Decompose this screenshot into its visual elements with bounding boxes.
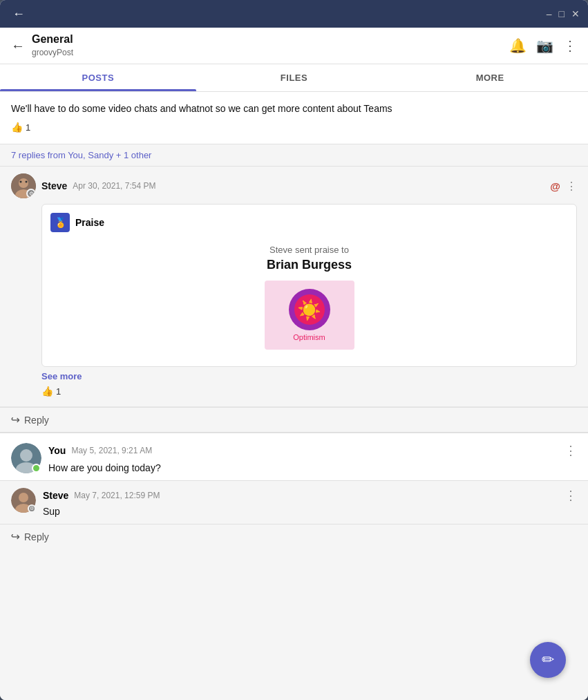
app-header: ← General groovyPost 🔔 📷 ⋮ [0,28,588,64]
sub-reply-header-left: Steve May 7, 2021, 12:59 PM [43,490,160,501]
sub-reply-content: ⚙ Steve May 7, 2021, 12:59 PM ⋮ Sup [11,488,577,517]
thread-reply-bar: ↩ Reply [0,407,588,432]
title-bar-left: ← [8,6,29,23]
app-window: ← – □ ✕ ← General groovyPost 🔔 📷 ⋮ POSTS… [0,0,588,700]
channel-info: General groovyPost [32,33,73,58]
svg-point-1 [19,178,28,188]
praise-body: Steve sent praise to Brian Burgess ☀️ Op… [50,239,568,358]
title-bar-controls: – □ ✕ [547,9,580,19]
minimize-button[interactable]: – [547,9,552,19]
tab-files[interactable]: FILES [196,64,392,91]
steve-avatar-gear: ⚙ [26,189,36,198]
video-icon[interactable]: 📷 [536,37,553,54]
svg-point-3 [20,181,22,183]
bell-icon[interactable]: 🔔 [509,37,527,54]
tab-more[interactable]: MORE [392,64,588,91]
thread-msg-actions: @ ⋮ [550,180,577,193]
praise-image: ☀️ Optimism [265,281,354,350]
see-more-link[interactable]: See more [41,371,577,381]
top-post: We'll have to do some video chats and wh… [0,92,588,144]
sub-reply-bar: ↩ Reply [0,524,588,549]
thread-reply-button[interactable]: ↩ Reply [11,413,49,426]
post2-time: May 5, 2021, 9:21 AM [71,446,152,455]
thread-message-header-left: ⚙ Steve Apr 30, 2021, 7:54 PM [11,173,155,198]
sub-reply-header: Steve May 7, 2021, 12:59 PM ⋮ [43,488,577,503]
post2-block: You May 5, 2021, 9:21 AM ⋮ How are you d… [0,432,588,480]
compose-icon: ✏ [542,651,554,669]
thread-message-header: ⚙ Steve Apr 30, 2021, 7:54 PM @ ⋮ [11,173,577,198]
thread-reaction-count: 1 [56,386,61,397]
thread-reaction-row[interactable]: 👍 1 [41,386,577,397]
steve-avatar: ⚙ [11,173,36,198]
post-message: We'll have to do some video chats and wh… [11,102,577,116]
optimism-label: Optimism [293,333,325,341]
thread-sender-name: Steve [41,180,67,191]
sub-reply-author: Steve [43,490,68,501]
tabs-bar: POSTS FILES MORE [0,64,588,92]
thread-message-item: ⚙ Steve Apr 30, 2021, 7:54 PM @ ⋮ 🏅 Prai… [0,167,588,407]
you-avatar-wrapper [11,443,41,473]
replies-bar[interactable]: 7 replies from You, Sandy + 1 other [0,144,588,167]
sub-reply-message: Sup [43,506,577,517]
sub-reply-block: ⚙ Steve May 7, 2021, 12:59 PM ⋮ Sup [0,480,588,524]
svg-point-9 [19,493,28,502]
back-button[interactable]: ← [11,38,25,54]
sub-reply-arrow-icon: ↩ [11,530,20,543]
reaction-count: 1 [26,122,30,133]
thumbs-up-emoji: 👍 [11,122,23,133]
post2-content: You May 5, 2021, 9:21 AM ⋮ How are you d… [11,443,577,473]
svg-point-4 [26,181,28,183]
post2-author: You [48,445,66,456]
sun-emoji: ☀️ [297,299,321,321]
optimism-visual: ☀️ Optimism [265,281,354,350]
close-button[interactable]: ✕ [571,9,580,19]
compose-fab[interactable]: ✏ [530,642,566,678]
praise-badge-icon: 🏅 [50,213,70,232]
sun-inner: ☀️ [294,294,325,325]
at-mention-icon[interactable]: @ [550,180,560,192]
sub-reply-text-area: Steve May 7, 2021, 12:59 PM ⋮ Sup [43,488,577,517]
reply-thread: ⚙ Steve Apr 30, 2021, 7:54 PM @ ⋮ 🏅 Prai… [0,167,588,549]
thread-msg-time: Apr 30, 2021, 7:54 PM [73,181,155,191]
sun-outer: ☀️ [289,289,330,330]
steve2-gear-icon: ⚙ [28,504,36,513]
post-reaction[interactable]: 👍 1 [11,122,577,133]
app-header-left: ← General groovyPost [11,33,73,58]
content-area: We'll have to do some video chats and wh… [0,92,588,700]
reply-label: Reply [24,415,49,426]
svg-point-6 [20,449,32,462]
sub-reply-time: May 7, 2021, 12:59 PM [74,491,160,500]
praise-recipient: Brian Burgess [50,258,568,272]
app-header-right: 🔔 📷 ⋮ [509,37,577,54]
post2-header: You May 5, 2021, 9:21 AM ⋮ [48,443,577,458]
steve2-avatar-wrapper: ⚙ [11,488,36,513]
praise-title: Praise [75,217,104,228]
post2-header-left: You May 5, 2021, 9:21 AM [48,445,152,456]
reply-arrow-icon: ↩ [11,413,20,426]
post2-message: How are you doing today? [48,462,577,473]
post2-text-area: You May 5, 2021, 9:21 AM ⋮ How are you d… [48,443,577,473]
praise-sent-text: Steve sent praise to [50,245,568,255]
channel-name: General [32,33,73,46]
praise-card: 🏅 Praise Steve sent praise to Brian Burg… [41,204,577,367]
maximize-button[interactable]: □ [559,9,565,19]
thread-more-icon[interactable]: ⋮ [566,180,577,193]
sub-reply-button[interactable]: ↩ Reply [11,530,49,543]
title-bar: ← – □ ✕ [0,0,588,28]
you-status-dot [32,464,41,473]
praise-header: 🏅 Praise [50,213,568,232]
post2-more-icon[interactable]: ⋮ [565,443,577,458]
title-bar-back-icon[interactable]: ← [8,6,29,23]
sub-reply-label: Reply [24,531,49,542]
tab-posts[interactable]: POSTS [0,64,196,91]
sub-reply-more-icon[interactable]: ⋮ [565,488,577,503]
more-icon[interactable]: ⋮ [563,37,577,54]
thread-thumbs-up-emoji: 👍 [41,386,53,397]
org-name: groovyPost [32,48,73,57]
